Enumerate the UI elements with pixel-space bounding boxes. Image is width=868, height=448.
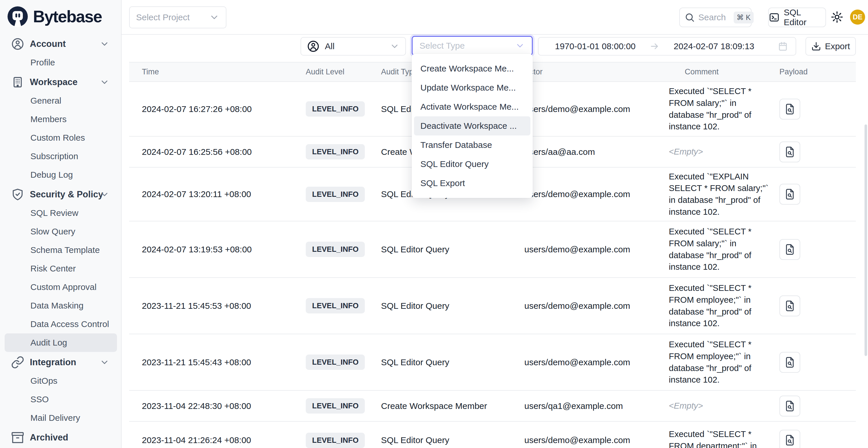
sidebar-item-debug-log[interactable]: Debug Log [5,165,117,184]
type-option-label: Deactivate Workspace ... [421,121,517,131]
audit-level-badge: LEVEL_INFO [306,298,365,313]
sidebar-item-label: Subscription [30,151,78,161]
cell-actor: users/demo@example.com [524,189,669,199]
cell-time: 2024-02-07 13:19:53 +08:00 [129,245,306,254]
date-to-value[interactable]: 2024-02-07 18:09:13 [665,41,763,51]
sidebar-item-label: SQL Review [30,208,79,218]
type-option-label: SQL Editor Query [421,159,489,169]
sidebar-item-subscription[interactable]: Subscription [5,147,117,165]
sidebar-item-data-masking[interactable]: Data Masking [5,296,117,315]
cell-time: 2024-02-07 13:20:11 +08:00 [129,189,306,199]
payload-view-button[interactable] [779,99,800,120]
user-avatar[interactable]: DE [850,9,865,25]
sidebar-item-sql-review[interactable]: SQL Review [5,204,117,222]
sidebar-item-custom-approval[interactable]: Custom Approval [5,278,117,296]
date-from-value[interactable]: 1970-01-01 08:00:00 [546,41,645,51]
sidebar-item-general[interactable]: General [5,91,117,110]
gear-icon[interactable] [830,10,844,24]
sidebar-section-account[interactable]: Account [5,35,117,53]
shield-check-icon [11,188,24,201]
bytebase-audit-log-page: { "brand": {"name": "Bytebase", "logo_ic… [0,0,868,448]
type-option-transfer-database[interactable]: Transfer Database [414,135,530,155]
cell-audit-type: SQL Editor Query [381,435,524,445]
archive-icon [11,431,24,444]
type-filter-select[interactable]: Select Type [412,36,533,56]
type-option-label: Transfer Database [421,140,492,150]
chevron-down-icon [209,12,219,23]
type-option-sql-editor-query[interactable]: SQL Editor Query [414,155,530,174]
actor-filter-select[interactable]: All [301,37,406,56]
payload-view-button[interactable] [779,295,800,316]
cell-audit-type: SQL Editor Query [381,245,524,254]
sidebar-item-label: Data Access Control [30,319,109,329]
type-option-update-workspace-me[interactable]: Update Workspace Me... [414,78,530,97]
payload-view-button[interactable] [779,184,800,204]
type-option-activate-workspace-me[interactable]: Activate Workspace Me... [414,97,530,116]
topbar: Select Project ⌘ K SQL Editor DE [122,0,868,35]
cell-payload [779,395,856,416]
sidebar-item-slow-query[interactable]: Slow Query [5,222,117,241]
bytebase-mascot-icon [6,5,29,28]
payload-view-button[interactable] [779,239,800,260]
sidebar-item-members[interactable]: Members [5,110,117,128]
sidebar: Bytebase AccountProfileWorkspaceGeneralM… [0,0,122,448]
user-circle-icon [11,37,24,51]
sidebar-item-risk-center[interactable]: Risk Center [5,259,117,278]
sidebar-item-data-access-control[interactable]: Data Access Control [5,315,117,333]
date-range-picker[interactable]: 1970-01-01 08:00:00 2024-02-07 18:09:13 [538,37,796,56]
cell-audit-level: LEVEL_INFO [306,242,381,257]
cell-audit-type: Create Workspace Member [381,401,524,411]
audit-level-badge: LEVEL_INFO [306,144,365,159]
column-header-time: Time [129,67,306,76]
sidebar-item-label: Debug Log [30,170,73,180]
payload-view-button[interactable] [779,430,800,448]
audit-level-badge: LEVEL_INFO [306,433,365,448]
chevron-down-icon [515,41,525,51]
sidebar-section-security-policy[interactable]: Security & Policy [5,185,117,204]
cell-comment: <Empty> [669,146,779,158]
cell-audit-level: LEVEL_INFO [306,398,381,414]
cell-comment: Executed `"SELECT * FROM employee;"` in … [669,282,779,329]
search-input[interactable] [698,12,730,22]
sql-editor-button[interactable]: SQL Editor [768,7,826,27]
payload-view-button[interactable] [779,352,800,373]
payload-view-button[interactable] [779,141,800,162]
cell-comment: Executed `"SELECT * FROM employee;"` in … [669,339,779,386]
sidebar-section-archived[interactable]: Archived [5,428,117,447]
export-label: Export [825,41,850,51]
global-search[interactable]: ⌘ K [679,7,752,27]
sidebar-item-gitops[interactable]: GitOps [5,372,117,390]
export-button[interactable]: Export [805,37,856,56]
brand-logo[interactable]: Bytebase [6,5,102,28]
sidebar-item-profile[interactable]: Profile [5,53,117,72]
search-shortcut-badge: ⌘ K [734,11,754,24]
scrollbar-thumb[interactable] [865,124,867,356]
payload-view-button[interactable] [779,395,800,416]
sidebar-item-audit-log[interactable]: Audit Log [5,333,117,352]
type-option-create-workspace-me[interactable]: Create Workspace Me... [414,59,530,78]
file-search-icon [784,357,796,368]
type-option-label: SQL Export [421,178,465,188]
sidebar-item-custom-roles[interactable]: Custom Roles [5,128,117,147]
audit-level-badge: LEVEL_INFO [306,242,365,257]
cell-audit-level: LEVEL_INFO [306,298,381,313]
file-search-icon [784,435,796,446]
audit-level-badge: LEVEL_INFO [306,187,365,202]
column-header-payload: Payload [779,67,856,76]
cell-actor: users/demo@example.com [524,301,669,311]
sidebar-item-sso[interactable]: SSO [5,390,117,409]
file-search-icon [784,244,796,255]
table-row: 2023-11-04 22:48:30 +08:00LEVEL_INFOCrea… [129,391,856,422]
cell-payload [779,184,856,204]
sidebar-item-mail-delivery[interactable]: Mail Delivery [5,409,117,427]
search-icon [684,12,695,23]
sql-editor-label: SQL Editor [784,7,826,27]
sidebar-section-integration[interactable]: Integration [5,353,117,372]
type-option-deactivate-workspace[interactable]: Deactivate Workspace ... [414,116,530,135]
type-option-sql-export[interactable]: SQL Export [414,174,530,193]
sidebar-item-schema-template[interactable]: Schema Template [5,241,117,259]
cell-comment: Executed `"SELECT * FROM salary;"` in da… [669,85,779,133]
cell-comment: Executed `"SELECT * FROM department;"` i… [669,428,779,448]
project-select[interactable]: Select Project [129,6,226,28]
sidebar-section-workspace[interactable]: Workspace [5,73,117,91]
